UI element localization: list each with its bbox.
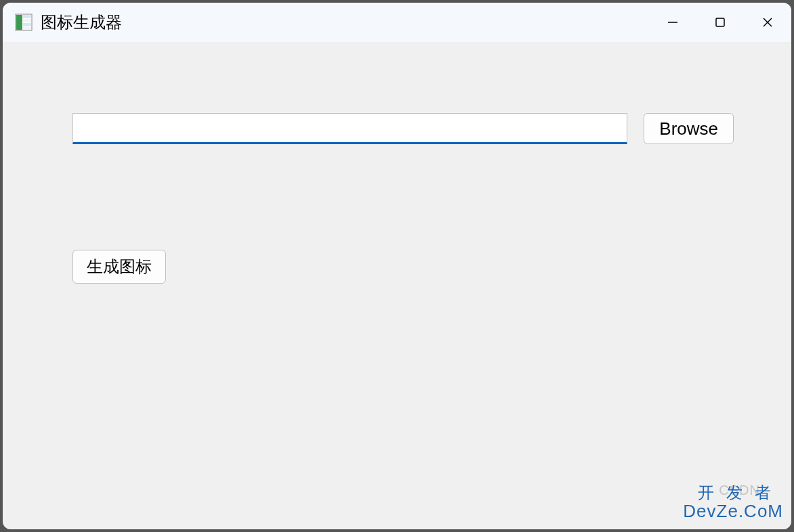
svg-rect-4 <box>23 23 31 26</box>
browse-button[interactable]: Browse <box>644 113 734 144</box>
svg-rect-3 <box>23 19 31 22</box>
close-button[interactable] <box>744 3 791 42</box>
svg-rect-5 <box>23 27 31 30</box>
minimize-button[interactable] <box>649 3 696 42</box>
path-row: Browse <box>72 113 734 144</box>
watermark-devze-line2: DevZe.CoM <box>683 502 783 521</box>
watermark-devze: 开发者 DevZe.CoM <box>683 484 783 521</box>
svg-rect-2 <box>23 15 31 18</box>
window-controls <box>649 3 791 42</box>
content-area: Browse 生成图标 CSDN 开发者 DevZe.CoM <box>3 42 791 529</box>
window-title: 图标生成器 <box>41 12 122 33</box>
svg-rect-7 <box>716 18 724 26</box>
app-icon <box>15 14 33 31</box>
app-window: 图标生成器 Browse 生成图标 CSDN 开发者 DevZe.CoM <box>3 3 791 529</box>
generate-button[interactable]: 生成图标 <box>72 250 166 284</box>
titlebar[interactable]: 图标生成器 <box>3 3 791 42</box>
svg-rect-1 <box>16 15 22 30</box>
path-input[interactable] <box>72 113 627 144</box>
watermark-devze-line1: 开发者 <box>683 484 783 502</box>
maximize-button[interactable] <box>696 3 744 42</box>
